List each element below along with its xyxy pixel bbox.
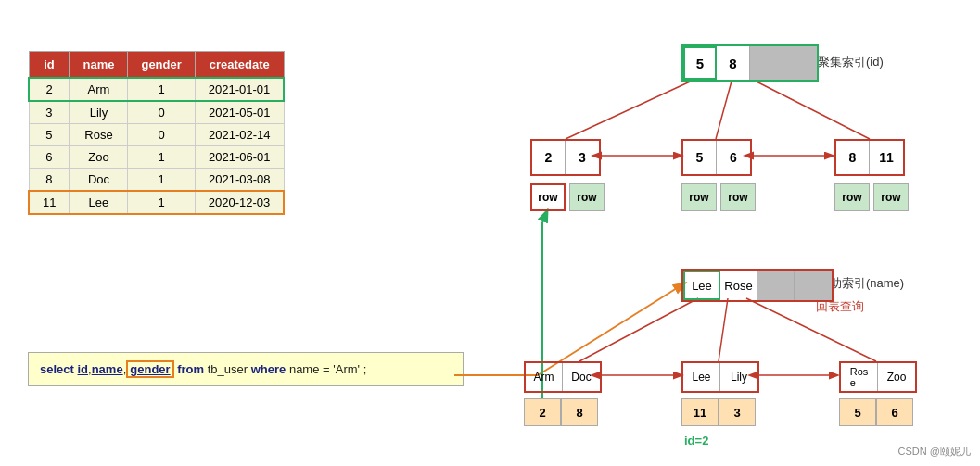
- sec-root-cell-4: [795, 271, 832, 300]
- svg-line-4: [749, 78, 870, 139]
- cluster-root-node: 5 8: [681, 44, 819, 82]
- cell-gender: 1: [128, 169, 195, 192]
- cell-createdate: 2021-03-08: [195, 169, 284, 192]
- cluster-l2-mid-cell-1: 5: [683, 141, 717, 174]
- sec-l2-right-cell-1: Rose: [841, 363, 878, 391]
- table-row: 3 Lily 0 2021-05-01: [29, 101, 284, 124]
- svg-line-3: [716, 78, 732, 139]
- cluster-root-cell-2: 8: [717, 46, 750, 80]
- cell-id: 6: [29, 146, 70, 169]
- cell-createdate: 2021-01-01: [195, 78, 284, 101]
- sec-l2-left: Arm Doc: [524, 361, 602, 393]
- cluster-l2-mid: 5 6: [681, 139, 752, 176]
- id-box-3: 11: [681, 398, 719, 426]
- sec-root-cell-2: Rose: [720, 271, 757, 300]
- table-row: 2 Arm 1 2021-01-01: [29, 78, 284, 101]
- svg-text:聚集索引(id): 聚集索引(id): [818, 55, 884, 69]
- id-boxes-mid: 11 3: [681, 398, 756, 426]
- sql-value: 'Arm': [333, 362, 360, 376]
- cluster-l2-right: 8 11: [834, 139, 905, 176]
- cell-id: 11: [29, 191, 70, 214]
- cluster-l2-left-cell-2: 3: [566, 141, 599, 174]
- sec-l2-mid-cell-2: Lily: [720, 363, 757, 391]
- cell-gender: 0: [128, 124, 195, 146]
- row-boxes-left: row row: [530, 183, 605, 211]
- cell-name: Lily: [70, 101, 128, 124]
- cluster-root-cell-1: 5: [683, 46, 717, 80]
- row-boxes-mid: row row: [681, 183, 756, 211]
- cell-id: 5: [29, 124, 70, 146]
- sql-id-field: id: [77, 362, 88, 376]
- cell-createdate: 2020-12-03: [195, 191, 284, 214]
- col-header-name: name: [70, 52, 128, 79]
- cell-id: 2: [29, 78, 70, 101]
- cell-gender: 1: [128, 78, 195, 101]
- cell-gender: 0: [128, 101, 195, 124]
- sec-l2-left-cell-2: Doc: [563, 363, 600, 391]
- cell-gender: 1: [128, 146, 195, 169]
- id-box-1: 2: [524, 398, 561, 426]
- table-row: 5 Rose 0 2021-02-14: [29, 124, 284, 146]
- id-box-2: 8: [561, 398, 598, 426]
- sql-select-keyword: select: [40, 362, 77, 376]
- sec-root-cell-1: Lee: [683, 271, 720, 300]
- table-row: 11 Lee 1 2020-12-03: [29, 191, 284, 214]
- cluster-root-cell-4: [783, 46, 817, 80]
- row-box-3: row: [681, 183, 717, 211]
- cell-name: Lee: [70, 191, 128, 214]
- svg-line-16: [542, 211, 547, 222]
- row-box-6: row: [873, 183, 909, 211]
- cluster-l2-mid-cell-2: 6: [717, 141, 750, 174]
- sec-l2-right-cell-2: Zoo: [878, 363, 915, 391]
- col-header-createdate: createdate: [195, 52, 284, 79]
- cell-name: Arm: [70, 78, 128, 101]
- row-box-2: row: [569, 183, 605, 211]
- cluster-l2-right-cell-2: 11: [870, 141, 903, 174]
- sql-name-field: name: [92, 362, 123, 376]
- cell-id: 8: [29, 169, 70, 192]
- cluster-l2-left: 2 3: [530, 139, 601, 176]
- cell-id: 3: [29, 101, 70, 124]
- sql-from-keyword: from: [177, 362, 204, 376]
- sql-gender-field: gender: [126, 360, 173, 378]
- watermark: CSDN @颐妮儿: [898, 445, 971, 459]
- cell-name: Doc: [70, 169, 128, 192]
- id-box-5: 5: [839, 398, 876, 426]
- col-header-id: id: [29, 52, 70, 79]
- cell-createdate: 2021-06-01: [195, 146, 284, 169]
- row-boxes-right: row row: [834, 183, 909, 211]
- database-table: id name gender createdate 2 Arm 1 2021-0…: [28, 51, 285, 215]
- cluster-l2-left-cell-1: 2: [532, 141, 566, 174]
- svg-line-8: [579, 298, 698, 361]
- sec-root-node: Lee Rose: [681, 269, 834, 302]
- sql-where-keyword: where: [251, 362, 286, 376]
- table-row: 8 Doc 1 2021-03-08: [29, 169, 284, 192]
- cell-createdate: 2021-05-01: [195, 101, 284, 124]
- cell-name: Rose: [70, 124, 128, 146]
- id2-label: id=2: [684, 434, 708, 447]
- table-row: 6 Zoo 1 2021-06-01: [29, 146, 284, 169]
- sec-l2-mid-cell-1: Lee: [683, 363, 720, 391]
- cell-gender: 1: [128, 191, 195, 214]
- row-box-5: row: [834, 183, 870, 211]
- svg-line-10: [746, 298, 876, 361]
- sec-l2-mid: Lee Lily: [681, 361, 759, 393]
- cluster-l2-right-cell-1: 8: [836, 141, 870, 174]
- row-box-4: row: [720, 183, 756, 211]
- sec-l2-right: Rose Zoo: [839, 361, 917, 393]
- svg-line-9: [719, 298, 728, 361]
- cluster-root-cell-3: [750, 46, 783, 80]
- cell-createdate: 2021-02-14: [195, 124, 284, 146]
- id-boxes-left: 2 8: [524, 398, 598, 426]
- cell-name: Zoo: [70, 146, 128, 169]
- svg-line-2: [566, 78, 698, 139]
- sec-root-cell-3: [757, 271, 795, 300]
- id-box-4: 3: [719, 398, 756, 426]
- row-box-1: row: [530, 183, 566, 211]
- sql-query-box: select id,name,gender from tb_user where…: [28, 352, 464, 386]
- id-boxes-right: 5 6: [839, 398, 913, 426]
- col-header-gender: gender: [128, 52, 195, 79]
- id-box-6: 6: [876, 398, 913, 426]
- sec-l2-left-cell-1: Arm: [526, 363, 563, 391]
- btree-diagram: 聚集索引(id) 辅助索引(name): [454, 9, 974, 463]
